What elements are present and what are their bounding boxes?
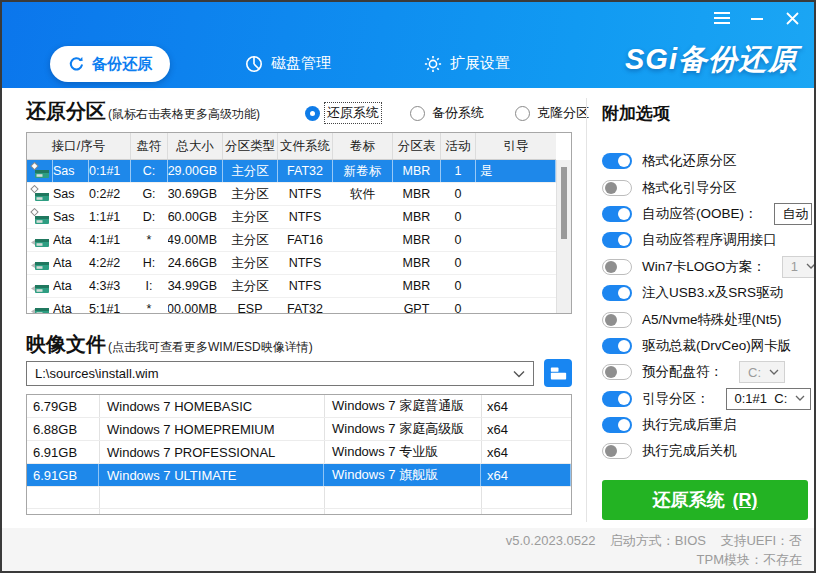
edition-cell-arch: x64: [481, 464, 571, 486]
partition-cell-label: 新卷标: [333, 160, 393, 182]
partition-cell-active: 0: [441, 183, 476, 205]
disk-icon: [27, 160, 53, 182]
option-label: 注入USB3.x及SRS驱动: [642, 284, 783, 302]
edition-cell-cn-name: Windows 7 家庭普通版: [324, 395, 481, 417]
mode-radio-selected[interactable]: 还原系统: [305, 103, 381, 123]
toggle-switch[interactable]: [602, 443, 632, 459]
column-header: 卷标: [333, 133, 393, 159]
tab-extended-settings[interactable]: 扩展设置: [424, 54, 510, 73]
partition-cell-index: 5:1#1: [89, 298, 131, 314]
radio-icon[interactable]: [305, 106, 320, 121]
partition-cell-size: 30.69GB: [168, 183, 223, 205]
partition-cell-interface: Ata: [53, 275, 89, 297]
option-row: 驱动总裁(DrvCeo)网卡版: [602, 333, 812, 359]
partition-row[interactable]: Ata4:3#3I:34.99GB主分区NTFSMBR0: [27, 275, 556, 298]
scrollbar-thumb[interactable]: [561, 167, 567, 239]
partition-row[interactable]: Ata4:2#2H:24.66GB主分区NTFSMBR0: [27, 252, 556, 275]
status-line-1: v5.0.2023.0522 启动方式：BIOS 支持UEFI：否: [2, 531, 802, 550]
option-dropdown[interactable]: 1: [782, 256, 816, 278]
toggle-switch[interactable]: [602, 259, 632, 275]
menu-icon[interactable]: [712, 10, 732, 26]
app-logo: SGi备份还原: [625, 40, 798, 80]
vertical-divider: [586, 98, 587, 522]
partition-cell-label: [333, 229, 393, 251]
toggle-switch[interactable]: [602, 180, 632, 196]
toggle-switch[interactable]: [602, 338, 632, 354]
column-header: 引导: [476, 133, 556, 159]
window-controls: [712, 10, 802, 26]
partition-cell-fs: FAT32: [278, 298, 333, 314]
radio-icon[interactable]: [410, 106, 425, 121]
option-dropdown[interactable]: 0:1#1 C:: [726, 388, 812, 410]
option-dropdown[interactable]: C:: [739, 361, 785, 383]
tab-disk-management[interactable]: 磁盘管理: [245, 54, 331, 73]
partition-row[interactable]: Ata5:1#1*300.00MBESPFAT32GPT0: [27, 298, 556, 314]
option-row: 注入USB3.x及SRS驱动: [602, 280, 812, 306]
radio-icon[interactable]: [515, 106, 530, 121]
edition-cell-cn-name: Windows 7 家庭高级版: [324, 418, 481, 440]
column-header: 分区表: [393, 133, 441, 159]
partition-cell-size: 34.99GB: [168, 275, 223, 297]
option-row: 执行完成后重启: [602, 412, 812, 438]
restore-partition-subtitle: (鼠标右击表格更多高级功能): [108, 106, 260, 125]
option-label: 预分配盘符：: [642, 363, 723, 381]
partition-cell-boot: [476, 229, 556, 251]
toggle-switch[interactable]: [602, 417, 632, 433]
edition-cell-size: 6.88GB: [27, 418, 99, 440]
partition-cell-type: 主分区: [223, 229, 278, 251]
close-icon[interactable]: [782, 10, 802, 26]
partition-cell-ptable: GPT: [393, 298, 441, 314]
toggle-switch[interactable]: [602, 391, 632, 407]
partition-cell-ptable: MBR: [393, 229, 441, 251]
option-label: 引导分区：: [642, 390, 710, 408]
partition-cell-boot: [476, 206, 556, 228]
browse-image-button[interactable]: [544, 359, 572, 387]
partition-cell-active: 0: [441, 275, 476, 297]
disk-icon: [27, 298, 53, 314]
edition-cell-size: 6.91GB: [27, 441, 99, 463]
toggle-switch[interactable]: [602, 364, 632, 380]
mode-radio-option[interactable]: 备份系统: [410, 103, 486, 123]
partition-cell-ptable: MBR: [393, 275, 441, 297]
partition-cell-interface: Sas: [53, 183, 89, 205]
option-dropdown[interactable]: 自动: [774, 203, 812, 225]
partition-row[interactable]: Ata4:1#1*349.00MB主分区FAT16MBR0: [27, 229, 556, 252]
partition-cell-index: 4:3#3: [89, 275, 131, 297]
pie-chart-icon: [245, 55, 263, 73]
edition-row[interactable]: 6.79GBWindows 7 HOMEBASICWindows 7 家庭普通版…: [27, 395, 571, 418]
option-row: A5/Nvme特殊处理(Nt5): [602, 306, 812, 332]
toggle-switch[interactable]: [602, 312, 632, 328]
partition-cell-ptable: MBR: [393, 183, 441, 205]
partition-cell-size: 300.00MB: [168, 298, 223, 314]
edition-row[interactable]: 6.91GBWindows 7 PROFESSIONALWindows 7 专业…: [27, 441, 571, 464]
edition-row[interactable]: 6.91GBWindows 7 ULTIMATEWindows 7 旗舰版x64: [27, 464, 571, 487]
edition-row[interactable]: 6.88GBWindows 7 HOMEPREMIUMWindows 7 家庭高…: [27, 418, 571, 441]
toggle-switch[interactable]: [602, 285, 632, 301]
column-header: 文件系统: [278, 133, 333, 159]
mode-label: 还原系统: [325, 103, 381, 123]
chevron-down-icon: [769, 369, 779, 376]
mode-radio-group: 还原系统备份系统克隆分区: [305, 103, 591, 123]
mode-radio-option[interactable]: 克隆分区: [515, 103, 591, 123]
partition-cell-boot: [476, 275, 556, 297]
toggle-switch[interactable]: [602, 153, 632, 169]
partition-row[interactable]: Sas0:1#1C:29.00GB主分区FAT32新卷标MBR1是: [27, 160, 556, 183]
partition-cell-label: [333, 206, 393, 228]
partition-cell-label: [333, 275, 393, 297]
partition-row[interactable]: Sas0:2#2G:30.69GB主分区NTFS软件MBR0: [27, 183, 556, 206]
partition-cell-fs: NTFS: [278, 206, 333, 228]
option-label: 格式化引导分区: [642, 179, 737, 197]
option-label: 格式化还原分区: [642, 152, 737, 170]
gear-icon: [424, 55, 442, 73]
restore-system-button[interactable]: 还原系统 (R): [602, 480, 808, 520]
option-label: 执行完成后重启: [642, 416, 737, 434]
tab-backup-restore[interactable]: 备份还原: [50, 46, 170, 82]
partition-cell-boot: [476, 298, 556, 314]
minimize-icon[interactable]: [747, 10, 767, 26]
image-file-title: 映像文件: [26, 331, 106, 358]
partition-table-scrollbar[interactable]: [556, 160, 571, 313]
partition-row[interactable]: Sas1:1#1D:60.00GB主分区NTFSMBR0: [27, 206, 556, 229]
image-path-combobox[interactable]: L:\sources\install.wim: [26, 361, 534, 386]
toggle-switch[interactable]: [602, 232, 632, 248]
toggle-switch[interactable]: [602, 206, 632, 222]
